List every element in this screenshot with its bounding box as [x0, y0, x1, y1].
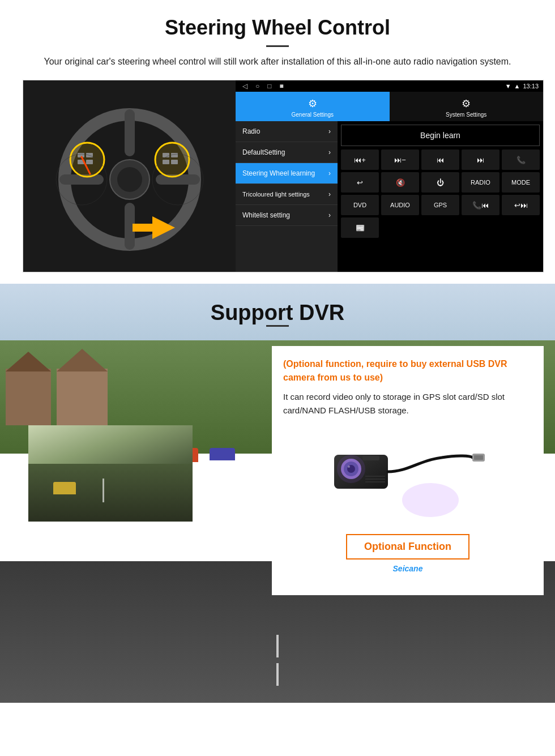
controls-grid: ⏮+ ⏭− ⏮ ⏭ 📞 ↩ 🔇 ⏻ RADIO MODE DVD AUDIO G…	[341, 150, 540, 238]
begin-learn-button[interactable]: Begin learn	[341, 125, 540, 146]
signal-icon: ▲	[514, 83, 520, 89]
steering-wheel-image	[23, 80, 236, 272]
svg-rect-13	[86, 160, 93, 164]
prev-button[interactable]: ⏮	[421, 150, 459, 170]
system-settings-icon: ⚙	[462, 97, 471, 110]
right-controls: Begin learn ⏮+ ⏭− ⏮ ⏭ 📞 ↩ 🔇 ⏻ RADIO MODE	[338, 121, 543, 272]
svg-rect-34	[474, 455, 483, 460]
back-icon[interactable]: ◁	[242, 82, 247, 90]
tab-general-settings[interactable]: ⚙ General Settings	[236, 92, 390, 121]
svg-rect-15	[171, 153, 178, 157]
svg-point-36	[402, 483, 459, 517]
status-time: 13:13	[523, 83, 539, 89]
radio-button[interactable]: RADIO	[462, 172, 500, 193]
panel-content: Radio › DefaultSetting › Steering Wheel …	[236, 121, 543, 272]
optional-function-badge: Optional Function	[346, 534, 469, 559]
vol-up-button[interactable]: ⏮+	[341, 150, 379, 170]
status-bar: ◁ ○ □ ■ ▼ ▲ 13:13	[236, 80, 543, 92]
tab-system-label: System Settings	[446, 112, 486, 118]
power-button[interactable]: ⏻	[421, 172, 459, 193]
dvr-content: (Optional function, require to buy exter…	[11, 346, 544, 595]
dvr-left	[11, 346, 272, 522]
chevron-radio: ›	[328, 127, 331, 135]
dvr-section: Support DVR (Optio	[0, 284, 555, 703]
svg-point-7	[117, 167, 142, 192]
phone-prev-button[interactable]: 📞⏮	[462, 195, 500, 215]
dvr-title: Support DVR	[0, 301, 555, 325]
svg-rect-19	[133, 224, 153, 232]
chevron-steering: ›	[328, 169, 331, 177]
dvr-right: (Optional function, require to buy exter…	[272, 346, 544, 595]
optional-function-container: Optional Function Seicane	[283, 528, 532, 573]
seicane-brand: Seicane	[283, 564, 532, 573]
svg-point-35	[337, 455, 365, 483]
mode-button[interactable]: MODE	[502, 172, 540, 193]
road-mark-2	[276, 663, 279, 686]
general-settings-icon: ⚙	[308, 97, 317, 110]
camera-svg	[328, 426, 487, 523]
mute-button[interactable]: 🔇	[381, 172, 419, 193]
svg-rect-16	[163, 160, 169, 164]
dvr-description: It can record video only to storage in G…	[283, 390, 532, 417]
menu-item-steering[interactable]: Steering Wheel learning ›	[236, 163, 338, 184]
settings-tabs: ⚙ General Settings ⚙ System Settings	[236, 92, 543, 121]
demo-area: ◁ ○ □ ■ ▼ ▲ 13:13 ⚙ General Settings ⚙ S…	[23, 80, 544, 272]
menu-item-default[interactable]: DefaultSetting ›	[236, 142, 338, 163]
road-mark-1	[276, 635, 279, 657]
dvr-inner: Support DVR (Optio	[0, 284, 555, 618]
ss-car	[53, 482, 76, 494]
chevron-tricolour: ›	[328, 190, 331, 198]
dvr-divider	[266, 325, 289, 327]
menu-icon[interactable]: ■	[280, 82, 284, 90]
wifi-icon: ▼	[505, 83, 511, 89]
home-icon[interactable]: ○	[255, 82, 259, 90]
dvr-screenshot	[28, 425, 193, 522]
next-button[interactable]: ⏭	[462, 150, 500, 170]
svg-rect-17	[171, 160, 178, 164]
svg-rect-29	[362, 456, 379, 460]
ss-lane-1	[103, 479, 104, 503]
back-call-button[interactable]: ↩	[341, 172, 379, 193]
nav-icons: ◁ ○ □ ■	[240, 82, 502, 90]
steering-subtitle: Your original car's steering wheel contr…	[34, 55, 521, 69]
menu-item-tricolour[interactable]: Tricoloured light settings ›	[236, 184, 338, 205]
gps-button[interactable]: GPS	[421, 195, 459, 215]
audio-button[interactable]: AUDIO	[381, 195, 419, 215]
dvr-footage	[28, 425, 193, 522]
dvr-title-area: Support DVR	[0, 284, 555, 346]
tab-general-label: General Settings	[292, 112, 334, 118]
media-button[interactable]: 📰	[341, 217, 379, 238]
recents-icon[interactable]: □	[267, 82, 271, 90]
dvr-camera-illustration	[328, 426, 487, 523]
phone-button[interactable]: 📞	[502, 150, 540, 170]
steering-title: Steering Wheel Control	[23, 16, 532, 40]
chevron-default: ›	[328, 148, 331, 156]
tab-system-settings[interactable]: ⚙ System Settings	[390, 92, 544, 121]
left-menu: Radio › DefaultSetting › Steering Wheel …	[236, 121, 338, 272]
menu-item-whitelist[interactable]: Whitelist setting ›	[236, 205, 338, 226]
dvd-button[interactable]: DVD	[341, 195, 379, 215]
menu-item-radio[interactable]: Radio ›	[236, 121, 338, 142]
steering-wheel-svg	[39, 92, 220, 262]
back-next-button[interactable]: ↩⏭	[502, 195, 540, 215]
steering-section: Steering Wheel Control Your original car…	[0, 0, 555, 284]
android-panel: ◁ ○ □ ■ ▼ ▲ 13:13 ⚙ General Settings ⚙ S…	[236, 80, 543, 272]
title-divider	[266, 45, 289, 47]
dvr-optional-text: (Optional function, require to buy exter…	[283, 357, 532, 385]
vol-down-button[interactable]: ⏭−	[381, 150, 419, 170]
chevron-whitelist: ›	[328, 211, 331, 219]
